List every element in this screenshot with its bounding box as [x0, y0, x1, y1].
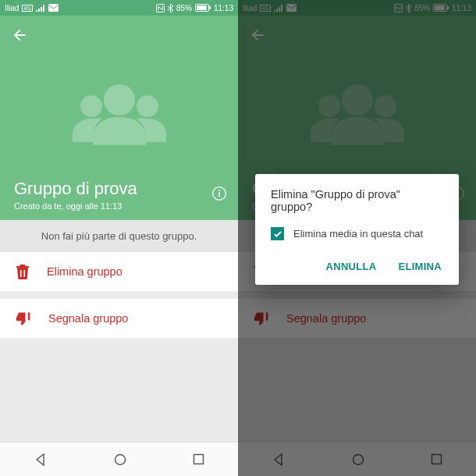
nav-home-icon[interactable]: [114, 453, 126, 466]
cancel-button[interactable]: ANNULLA: [325, 256, 378, 277]
back-button[interactable]: [11, 27, 28, 47]
svg-point-5: [104, 84, 135, 115]
report-group-row[interactable]: Segnala gruppo: [0, 299, 238, 338]
not-member-banner: Non fai più parte di questo gruppo.: [0, 220, 238, 252]
svg-rect-9: [218, 192, 220, 197]
nav-recent-icon[interactable]: [193, 453, 204, 465]
trash-icon: [16, 264, 30, 279]
carrier-label: Iliad: [5, 4, 19, 12]
group-title: Gruppo di prova: [14, 179, 205, 199]
info-button[interactable]: [211, 186, 227, 204]
nfc-icon: [156, 4, 165, 12]
envelope-icon: [48, 4, 59, 12]
group-header: Gruppo di prova Creato da te, oggi alle …: [0, 16, 238, 220]
signal-icon: [36, 4, 45, 12]
clock-label: 11:13: [214, 4, 233, 12]
delete-group-row[interactable]: Elimina gruppo: [0, 252, 238, 291]
svg-point-11: [115, 454, 125, 464]
svg-point-10: [218, 190, 220, 191]
screenshot-left: Iliad 4G 85% 11:13: [0, 0, 238, 476]
svg-point-7: [137, 95, 158, 117]
checkbox-checked-icon: [271, 227, 284, 240]
battery-pct: 85%: [176, 4, 192, 12]
info-icon: [211, 186, 227, 201]
delete-confirm-dialog: Elimina "Gruppo di prova" gruppo? Elimin…: [255, 174, 459, 285]
thumbs-down-icon: [16, 311, 31, 326]
nav-back-icon[interactable]: [34, 453, 48, 467]
checkbox-label: Elimina media in questa chat: [293, 228, 423, 240]
divider: [0, 291, 238, 299]
bluetooth-icon: [168, 4, 173, 12]
arrow-left-icon: [11, 27, 28, 44]
svg-rect-4: [209, 6, 211, 9]
delete-group-label: Elimina gruppo: [47, 265, 123, 278]
status-bar: Iliad 4G 85% 11:13: [0, 0, 238, 16]
svg-rect-0: [48, 4, 59, 12]
report-group-label: Segnala gruppo: [48, 312, 128, 325]
svg-point-6: [80, 95, 102, 117]
group-subtitle: Creato da te, oggi alle 11:13: [14, 201, 205, 211]
group-avatar-icon: [65, 78, 174, 156]
screenshot-right: Iliad 4G 85% 11:13: [238, 0, 476, 476]
svg-rect-12: [194, 455, 204, 464]
network-badge: 4G: [22, 5, 32, 12]
confirm-delete-button[interactable]: ELIMINA: [396, 256, 443, 277]
battery-icon: [195, 4, 211, 12]
svg-rect-3: [197, 5, 207, 10]
android-navbar: [0, 442, 238, 476]
dialog-title: Elimina "Gruppo di prova" gruppo?: [271, 188, 443, 213]
delete-media-checkbox-row[interactable]: Elimina media in questa chat: [271, 227, 443, 240]
